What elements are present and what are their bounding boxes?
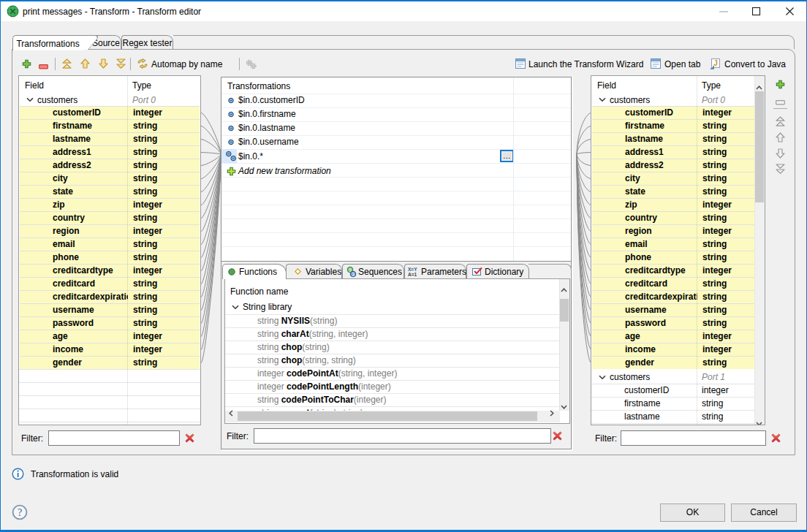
svg-text:J: J	[713, 59, 718, 67]
svg-text:?: ?	[18, 507, 22, 518]
svg-text:3: 3	[352, 272, 355, 277]
svg-text:X=Y: X=Y	[408, 267, 417, 272]
svg-text:A=1: A=1	[408, 272, 417, 277]
